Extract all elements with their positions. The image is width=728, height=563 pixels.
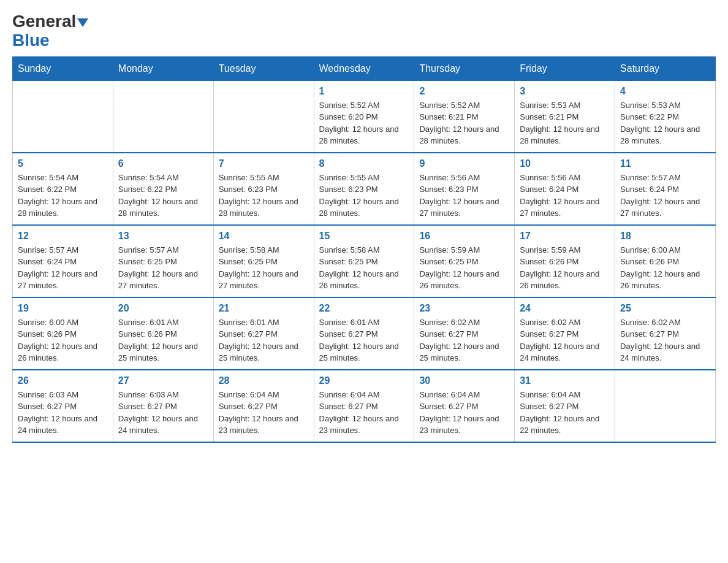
day-info: Sunrise: 5:58 AMSunset: 6:25 PMDaylight:… <box>319 244 409 292</box>
day-info: Sunrise: 6:03 AMSunset: 6:27 PMDaylight:… <box>118 389 208 437</box>
day-info: Sunrise: 6:04 AMSunset: 6:27 PMDaylight:… <box>219 389 309 437</box>
calendar-cell: 12Sunrise: 5:57 AMSunset: 6:24 PMDayligh… <box>13 225 113 297</box>
calendar-cell: 13Sunrise: 5:57 AMSunset: 6:25 PMDayligh… <box>113 225 213 297</box>
day-number: 9 <box>419 158 509 169</box>
header-friday: Friday <box>515 56 615 80</box>
day-number: 28 <box>219 375 309 386</box>
calendar-week-1: 1Sunrise: 5:52 AMSunset: 6:20 PMDaylight… <box>13 80 716 153</box>
day-info: Sunrise: 5:53 AMSunset: 6:21 PMDaylight:… <box>520 99 610 147</box>
calendar-cell: 26Sunrise: 6:03 AMSunset: 6:27 PMDayligh… <box>13 370 113 442</box>
day-info: Sunrise: 5:58 AMSunset: 6:25 PMDaylight:… <box>219 244 309 292</box>
day-number: 21 <box>219 303 309 314</box>
day-number: 20 <box>118 303 208 314</box>
day-info: Sunrise: 5:53 AMSunset: 6:22 PMDaylight:… <box>620 99 710 147</box>
day-number: 8 <box>319 158 409 169</box>
day-number: 4 <box>620 86 710 97</box>
calendar-cell: 6Sunrise: 5:54 AMSunset: 6:22 PMDaylight… <box>113 153 213 225</box>
day-info: Sunrise: 5:52 AMSunset: 6:20 PMDaylight:… <box>319 99 409 147</box>
day-number: 17 <box>520 231 610 242</box>
calendar-header-row: SundayMondayTuesdayWednesdayThursdayFrid… <box>13 56 716 80</box>
calendar-cell: 21Sunrise: 6:01 AMSunset: 6:27 PMDayligh… <box>213 297 314 370</box>
calendar-cell: 30Sunrise: 6:04 AMSunset: 6:27 PMDayligh… <box>414 370 515 442</box>
calendar-table: SundayMondayTuesdayWednesdayThursdayFrid… <box>12 56 716 443</box>
day-info: Sunrise: 5:56 AMSunset: 6:23 PMDaylight:… <box>419 172 509 220</box>
day-info: Sunrise: 5:56 AMSunset: 6:24 PMDaylight:… <box>520 172 610 220</box>
day-info: Sunrise: 5:59 AMSunset: 6:25 PMDaylight:… <box>419 244 509 292</box>
day-number: 12 <box>18 231 108 242</box>
logo: GeneralBlue <box>12 12 88 50</box>
day-number: 23 <box>419 303 509 314</box>
calendar-cell <box>113 80 213 153</box>
day-info: Sunrise: 5:55 AMSunset: 6:23 PMDaylight:… <box>319 172 409 220</box>
day-info: Sunrise: 5:55 AMSunset: 6:23 PMDaylight:… <box>219 172 309 220</box>
day-info: Sunrise: 5:54 AMSunset: 6:22 PMDaylight:… <box>18 172 108 220</box>
day-number: 2 <box>419 86 509 97</box>
day-number: 30 <box>419 375 509 386</box>
calendar-week-5: 26Sunrise: 6:03 AMSunset: 6:27 PMDayligh… <box>13 370 716 442</box>
header-sunday: Sunday <box>13 56 113 80</box>
day-info: Sunrise: 6:02 AMSunset: 6:27 PMDaylight:… <box>620 316 710 364</box>
day-number: 24 <box>520 303 610 314</box>
calendar-cell: 8Sunrise: 5:55 AMSunset: 6:23 PMDaylight… <box>314 153 414 225</box>
day-info: Sunrise: 6:04 AMSunset: 6:27 PMDaylight:… <box>319 389 409 437</box>
day-info: Sunrise: 6:04 AMSunset: 6:27 PMDaylight:… <box>520 389 610 437</box>
day-number: 27 <box>118 375 208 386</box>
header-monday: Monday <box>113 56 213 80</box>
calendar-cell: 19Sunrise: 6:00 AMSunset: 6:26 PMDayligh… <box>13 297 113 370</box>
day-number: 13 <box>118 231 208 242</box>
calendar-cell: 17Sunrise: 5:59 AMSunset: 6:26 PMDayligh… <box>515 225 615 297</box>
calendar-cell: 9Sunrise: 5:56 AMSunset: 6:23 PMDaylight… <box>414 153 515 225</box>
calendar-cell: 11Sunrise: 5:57 AMSunset: 6:24 PMDayligh… <box>615 153 716 225</box>
calendar-cell: 22Sunrise: 6:01 AMSunset: 6:27 PMDayligh… <box>314 297 414 370</box>
calendar-cell: 23Sunrise: 6:02 AMSunset: 6:27 PMDayligh… <box>414 297 515 370</box>
calendar-cell <box>615 370 716 442</box>
day-number: 18 <box>620 231 710 242</box>
day-number: 3 <box>520 86 610 97</box>
logo-text: GeneralBlue <box>12 12 88 50</box>
day-number: 14 <box>219 231 309 242</box>
day-info: Sunrise: 5:57 AMSunset: 6:24 PMDaylight:… <box>18 244 108 292</box>
day-number: 15 <box>319 231 409 242</box>
calendar-cell: 3Sunrise: 5:53 AMSunset: 6:21 PMDaylight… <box>515 80 615 153</box>
header-wednesday: Wednesday <box>314 56 414 80</box>
day-info: Sunrise: 6:03 AMSunset: 6:27 PMDaylight:… <box>18 389 108 437</box>
day-info: Sunrise: 6:02 AMSunset: 6:27 PMDaylight:… <box>520 316 610 364</box>
calendar-cell: 28Sunrise: 6:04 AMSunset: 6:27 PMDayligh… <box>213 370 314 442</box>
calendar-cell: 27Sunrise: 6:03 AMSunset: 6:27 PMDayligh… <box>113 370 213 442</box>
calendar-cell: 4Sunrise: 5:53 AMSunset: 6:22 PMDaylight… <box>615 80 716 153</box>
calendar-cell: 10Sunrise: 5:56 AMSunset: 6:24 PMDayligh… <box>515 153 615 225</box>
calendar-week-3: 12Sunrise: 5:57 AMSunset: 6:24 PMDayligh… <box>13 225 716 297</box>
day-info: Sunrise: 6:01 AMSunset: 6:26 PMDaylight:… <box>118 316 208 364</box>
day-number: 25 <box>620 303 710 314</box>
calendar-cell <box>213 80 314 153</box>
day-info: Sunrise: 6:00 AMSunset: 6:26 PMDaylight:… <box>18 316 108 364</box>
calendar-cell: 1Sunrise: 5:52 AMSunset: 6:20 PMDaylight… <box>314 80 414 153</box>
calendar-cell: 20Sunrise: 6:01 AMSunset: 6:26 PMDayligh… <box>113 297 213 370</box>
calendar-cell: 31Sunrise: 6:04 AMSunset: 6:27 PMDayligh… <box>515 370 615 442</box>
day-info: Sunrise: 5:59 AMSunset: 6:26 PMDaylight:… <box>520 244 610 292</box>
day-info: Sunrise: 6:01 AMSunset: 6:27 PMDaylight:… <box>319 316 409 364</box>
day-number: 31 <box>520 375 610 386</box>
calendar-cell: 24Sunrise: 6:02 AMSunset: 6:27 PMDayligh… <box>515 297 615 370</box>
day-number: 7 <box>219 158 309 169</box>
day-number: 16 <box>419 231 509 242</box>
day-info: Sunrise: 6:01 AMSunset: 6:27 PMDaylight:… <box>219 316 309 364</box>
header-tuesday: Tuesday <box>213 56 314 80</box>
calendar-cell: 29Sunrise: 6:04 AMSunset: 6:27 PMDayligh… <box>314 370 414 442</box>
calendar-cell: 5Sunrise: 5:54 AMSunset: 6:22 PMDaylight… <box>13 153 113 225</box>
day-info: Sunrise: 6:02 AMSunset: 6:27 PMDaylight:… <box>419 316 509 364</box>
page-header: GeneralBlue <box>12 12 716 50</box>
calendar-cell: 16Sunrise: 5:59 AMSunset: 6:25 PMDayligh… <box>414 225 515 297</box>
day-info: Sunrise: 6:00 AMSunset: 6:26 PMDaylight:… <box>620 244 710 292</box>
calendar-week-4: 19Sunrise: 6:00 AMSunset: 6:26 PMDayligh… <box>13 297 716 370</box>
calendar-cell: 25Sunrise: 6:02 AMSunset: 6:27 PMDayligh… <box>615 297 716 370</box>
logo-triangle-icon <box>77 18 88 27</box>
day-number: 11 <box>620 158 710 169</box>
calendar-cell <box>13 80 113 153</box>
header-thursday: Thursday <box>414 56 515 80</box>
day-info: Sunrise: 6:04 AMSunset: 6:27 PMDaylight:… <box>419 389 509 437</box>
day-number: 6 <box>118 158 208 169</box>
calendar-cell: 2Sunrise: 5:52 AMSunset: 6:21 PMDaylight… <box>414 80 515 153</box>
calendar-cell: 18Sunrise: 6:00 AMSunset: 6:26 PMDayligh… <box>615 225 716 297</box>
logo-blue-text: Blue <box>12 31 50 50</box>
